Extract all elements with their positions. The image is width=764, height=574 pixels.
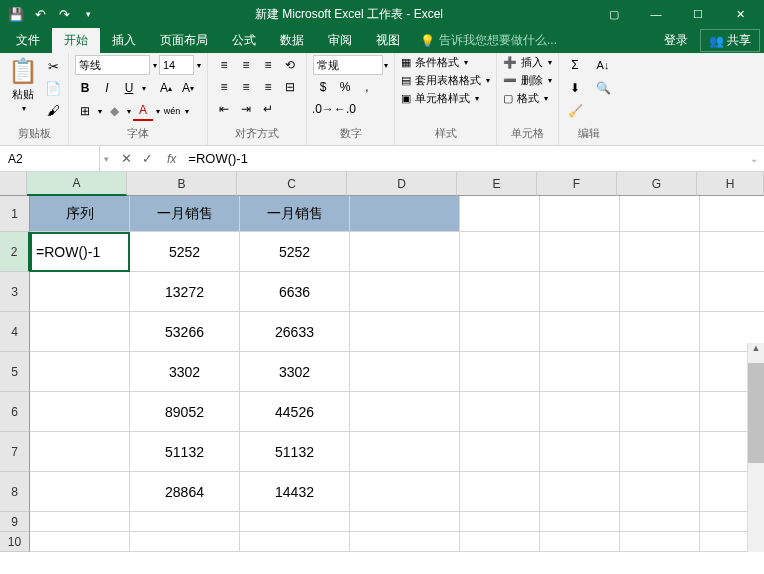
row-header[interactable]: 1 [0,196,30,232]
format-cells-button[interactable]: ▢ 格式 ▾ [503,91,552,106]
cell[interactable] [30,532,130,552]
cell[interactable] [620,472,700,512]
align-right-icon[interactable]: ≡ [258,77,278,97]
decrease-decimal-icon[interactable]: ←.0 [335,99,355,119]
column-header[interactable]: D [347,172,457,196]
cell[interactable]: 5252 [240,232,350,272]
cell[interactable]: 89052 [130,392,240,432]
cell[interactable]: 一月销售 [240,196,350,232]
border-button[interactable]: ⊞ [75,101,95,121]
conditional-format-button[interactable]: ▦ 条件格式 ▾ [401,55,490,70]
cells-grid[interactable]: 序列一月销售一月销售=ROW()-15252525213272663653266… [30,196,764,552]
cell[interactable]: 14432 [240,472,350,512]
cell[interactable] [540,312,620,352]
scroll-thumb[interactable] [748,363,764,463]
cell[interactable]: 5252 [130,232,240,272]
chevron-down-icon[interactable]: ▾ [384,61,388,70]
column-header[interactable]: A [27,172,127,196]
enter-formula-icon[interactable]: ✓ [142,151,153,166]
cell[interactable] [350,472,460,512]
align-center-icon[interactable]: ≡ [236,77,256,97]
cut-icon[interactable]: ✂ [44,57,62,75]
active-cell[interactable]: =ROW()-1 [30,232,130,272]
cell[interactable] [30,512,130,532]
italic-button[interactable]: I [97,78,117,98]
chevron-down-icon[interactable]: ▾ [98,107,102,116]
cell[interactable] [460,512,540,532]
autosum-icon[interactable]: Σ [565,55,585,75]
column-header[interactable]: B [127,172,237,196]
font-name-select[interactable] [75,55,150,75]
column-header[interactable]: G [617,172,697,196]
cell[interactable] [350,352,460,392]
cell[interactable] [620,196,700,232]
row-header[interactable]: 7 [0,432,30,472]
qat-dropdown-icon[interactable]: ▾ [80,6,96,22]
currency-icon[interactable]: $ [313,77,333,97]
vertical-scrollbar[interactable]: ▲ [747,343,764,552]
tab-layout[interactable]: 页面布局 [148,28,220,53]
cell[interactable]: 序列 [30,196,130,232]
row-header[interactable]: 5 [0,352,30,392]
row-header[interactable]: 8 [0,472,30,512]
cell[interactable] [460,272,540,312]
column-header[interactable]: F [537,172,617,196]
align-left-icon[interactable]: ≡ [214,77,234,97]
formula-input[interactable] [182,146,744,171]
column-header[interactable]: C [237,172,347,196]
cell[interactable] [30,352,130,392]
chevron-down-icon[interactable]: ▾ [142,84,146,93]
percent-icon[interactable]: % [335,77,355,97]
cell[interactable] [620,352,700,392]
row-header[interactable]: 2 [0,232,30,272]
cell[interactable]: 26633 [240,312,350,352]
cell[interactable] [350,312,460,352]
wrap-text-icon[interactable]: ↵ [258,99,278,119]
cell[interactable] [620,312,700,352]
cell[interactable]: 13272 [130,272,240,312]
cell[interactable] [240,532,350,552]
cell[interactable] [700,232,764,272]
cell[interactable] [350,512,460,532]
column-header[interactable]: H [697,172,764,196]
table-format-button[interactable]: ▤ 套用表格格式 ▾ [401,73,490,88]
decrease-indent-icon[interactable]: ⇤ [214,99,234,119]
format-painter-icon[interactable]: 🖌 [44,101,62,119]
cell[interactable] [540,532,620,552]
cell[interactable]: 53266 [130,312,240,352]
cell[interactable]: 3302 [130,352,240,392]
cell[interactable] [540,352,620,392]
cell[interactable] [460,432,540,472]
tab-formulas[interactable]: 公式 [220,28,268,53]
paste-button[interactable]: 📋 粘贴 ▾ [6,55,40,115]
cell[interactable] [540,392,620,432]
cell[interactable] [30,272,130,312]
merge-icon[interactable]: ⊟ [280,77,300,97]
cell[interactable] [700,196,764,232]
cell[interactable] [540,196,620,232]
cell[interactable] [130,532,240,552]
cell[interactable] [350,232,460,272]
fill-icon[interactable]: ⬇ [565,78,585,98]
tab-home[interactable]: 开始 [52,28,100,53]
row-header[interactable]: 9 [0,512,30,532]
align-bottom-icon[interactable]: ≡ [258,55,278,75]
increase-indent-icon[interactable]: ⇥ [236,99,256,119]
underline-button[interactable]: U [119,78,139,98]
cell[interactable] [620,232,700,272]
delete-cells-button[interactable]: ➖ 删除 ▾ [503,73,552,88]
cell[interactable] [130,512,240,532]
cell[interactable] [620,392,700,432]
ribbon-display-icon[interactable]: ▢ [594,3,634,25]
cell[interactable] [350,392,460,432]
cell[interactable]: 3302 [240,352,350,392]
cell[interactable] [30,432,130,472]
bold-button[interactable]: B [75,78,95,98]
cell[interactable] [460,312,540,352]
tab-view[interactable]: 视图 [364,28,412,53]
cell[interactable] [540,472,620,512]
chevron-down-icon[interactable]: ▾ [127,107,131,116]
font-size-select[interactable] [159,55,194,75]
sort-filter-icon[interactable]: A↓ [593,55,613,75]
cell[interactable] [350,532,460,552]
